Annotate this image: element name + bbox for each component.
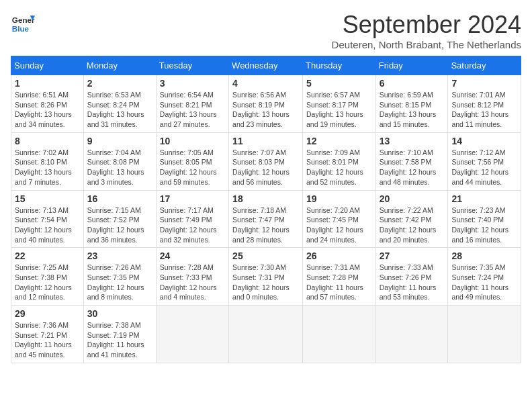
day-number: 15 [15, 193, 80, 204]
calendar-cell: 26Sunrise: 7:31 AM Sunset: 7:28 PM Dayli… [303, 248, 376, 306]
calendar-cell: 24Sunrise: 7:28 AM Sunset: 7:33 PM Dayli… [156, 248, 228, 306]
calendar-cell: 20Sunrise: 7:22 AM Sunset: 7:42 PM Dayli… [375, 190, 448, 248]
day-info: Sunrise: 7:05 AM Sunset: 8:05 PM Dayligh… [160, 148, 225, 187]
calendar-cell: 27Sunrise: 7:33 AM Sunset: 7:26 PM Dayli… [375, 248, 448, 306]
day-info: Sunrise: 7:17 AM Sunset: 7:49 PM Dayligh… [160, 205, 225, 245]
day-number: 10 [160, 136, 225, 146]
day-number: 16 [87, 193, 152, 204]
day-number: 13 [380, 136, 445, 146]
weekday-header-monday: Monday [83, 56, 156, 75]
day-number: 7 [451, 78, 517, 89]
calendar-row: 1Sunrise: 6:51 AM Sunset: 8:26 PM Daylig… [11, 75, 521, 133]
day-info: Sunrise: 6:56 AM Sunset: 8:19 PM Dayligh… [232, 90, 299, 130]
logo: General Blue [11, 11, 35, 35]
day-info: Sunrise: 7:30 AM Sunset: 7:31 PM Dayligh… [232, 263, 299, 302]
calendar-cell [229, 306, 303, 363]
day-info: Sunrise: 7:15 AM Sunset: 7:52 PM Dayligh… [87, 205, 152, 245]
day-info: Sunrise: 7:09 AM Sunset: 8:01 PM Dayligh… [306, 148, 372, 187]
weekday-header-saturday: Saturday [448, 56, 521, 75]
calendar-cell: 30Sunrise: 7:38 AM Sunset: 7:19 PM Dayli… [83, 306, 156, 363]
weekday-header-tuesday: Tuesday [156, 56, 228, 75]
day-number: 26 [306, 250, 372, 261]
day-info: Sunrise: 7:01 AM Sunset: 8:12 PM Dayligh… [451, 90, 517, 130]
day-info: Sunrise: 6:53 AM Sunset: 8:24 PM Dayligh… [87, 90, 152, 130]
day-info: Sunrise: 7:28 AM Sunset: 7:33 PM Dayligh… [160, 263, 225, 302]
day-info: Sunrise: 6:51 AM Sunset: 8:26 PM Dayligh… [15, 90, 80, 130]
day-info: Sunrise: 7:38 AM Sunset: 7:19 PM Dayligh… [87, 320, 152, 360]
day-info: Sunrise: 6:57 AM Sunset: 8:17 PM Dayligh… [306, 90, 372, 130]
calendar-cell: 10Sunrise: 7:05 AM Sunset: 8:05 PM Dayli… [156, 132, 228, 190]
calendar-row: 15Sunrise: 7:13 AM Sunset: 7:54 PM Dayli… [11, 190, 521, 248]
day-number: 17 [160, 193, 225, 204]
calendar-cell: 28Sunrise: 7:35 AM Sunset: 7:24 PM Dayli… [448, 248, 521, 306]
calendar-cell: 3Sunrise: 6:54 AM Sunset: 8:21 PM Daylig… [156, 75, 228, 133]
day-number: 23 [87, 250, 152, 261]
weekday-header-wednesday: Wednesday [229, 56, 303, 75]
month-title: September 2024 [332, 11, 521, 39]
weekday-header-sunday: Sunday [11, 56, 84, 75]
day-number: 30 [87, 308, 152, 319]
day-info: Sunrise: 7:04 AM Sunset: 8:08 PM Dayligh… [87, 148, 152, 187]
day-info: Sunrise: 7:20 AM Sunset: 7:45 PM Dayligh… [306, 205, 372, 245]
calendar-cell: 4Sunrise: 6:56 AM Sunset: 8:19 PM Daylig… [229, 75, 303, 133]
weekday-header-friday: Friday [375, 56, 448, 75]
day-info: Sunrise: 7:31 AM Sunset: 7:28 PM Dayligh… [306, 263, 372, 302]
day-number: 27 [380, 250, 445, 261]
day-number: 11 [232, 136, 299, 146]
title-block: September 2024 Deuteren, North Brabant, … [332, 11, 521, 50]
calendar-cell: 13Sunrise: 7:10 AM Sunset: 7:58 PM Dayli… [375, 132, 448, 190]
calendar-cell: 16Sunrise: 7:15 AM Sunset: 7:52 PM Dayli… [83, 190, 156, 248]
calendar-cell [156, 306, 228, 363]
calendar-cell: 17Sunrise: 7:17 AM Sunset: 7:49 PM Dayli… [156, 190, 228, 248]
day-info: Sunrise: 7:18 AM Sunset: 7:47 PM Dayligh… [232, 205, 299, 245]
day-number: 29 [15, 308, 80, 319]
day-number: 14 [451, 136, 517, 146]
calendar-cell: 18Sunrise: 7:18 AM Sunset: 7:47 PM Dayli… [229, 190, 303, 248]
calendar-cell: 2Sunrise: 6:53 AM Sunset: 8:24 PM Daylig… [83, 75, 156, 133]
weekday-header-thursday: Thursday [303, 56, 376, 75]
day-info: Sunrise: 7:35 AM Sunset: 7:24 PM Dayligh… [451, 263, 517, 302]
day-info: Sunrise: 7:07 AM Sunset: 8:03 PM Dayligh… [232, 148, 299, 187]
day-info: Sunrise: 6:54 AM Sunset: 8:21 PM Dayligh… [160, 90, 225, 130]
calendar-cell: 25Sunrise: 7:30 AM Sunset: 7:31 PM Dayli… [229, 248, 303, 306]
day-number: 19 [306, 193, 372, 204]
day-number: 21 [451, 193, 517, 204]
day-info: Sunrise: 6:59 AM Sunset: 8:15 PM Dayligh… [380, 90, 445, 130]
calendar-cell: 9Sunrise: 7:04 AM Sunset: 8:08 PM Daylig… [83, 132, 156, 190]
location-subtitle: Deuteren, North Brabant, The Netherlands [332, 39, 521, 50]
calendar-row: 29Sunrise: 7:36 AM Sunset: 7:21 PM Dayli… [11, 306, 521, 363]
day-info: Sunrise: 7:33 AM Sunset: 7:26 PM Dayligh… [380, 263, 445, 302]
calendar-cell: 29Sunrise: 7:36 AM Sunset: 7:21 PM Dayli… [11, 306, 84, 363]
day-number: 3 [160, 78, 225, 89]
calendar-cell: 5Sunrise: 6:57 AM Sunset: 8:17 PM Daylig… [303, 75, 376, 133]
day-number: 28 [451, 250, 517, 261]
weekday-header-row: SundayMondayTuesdayWednesdayThursdayFrid… [11, 56, 521, 75]
day-number: 25 [232, 250, 299, 261]
calendar-cell: 6Sunrise: 6:59 AM Sunset: 8:15 PM Daylig… [375, 75, 448, 133]
calendar-cell: 21Sunrise: 7:23 AM Sunset: 7:40 PM Dayli… [448, 190, 521, 248]
calendar-row: 8Sunrise: 7:02 AM Sunset: 8:10 PM Daylig… [11, 132, 521, 190]
calendar-row: 22Sunrise: 7:25 AM Sunset: 7:38 PM Dayli… [11, 248, 521, 306]
calendar-cell: 8Sunrise: 7:02 AM Sunset: 8:10 PM Daylig… [11, 132, 84, 190]
day-info: Sunrise: 7:23 AM Sunset: 7:40 PM Dayligh… [451, 205, 517, 245]
calendar-cell: 1Sunrise: 6:51 AM Sunset: 8:26 PM Daylig… [11, 75, 84, 133]
day-number: 18 [232, 193, 299, 204]
calendar-cell: 23Sunrise: 7:26 AM Sunset: 7:35 PM Dayli… [83, 248, 156, 306]
day-number: 2 [87, 78, 152, 89]
day-info: Sunrise: 7:36 AM Sunset: 7:21 PM Dayligh… [15, 320, 80, 360]
svg-text:Blue: Blue [12, 24, 30, 33]
calendar-table: SundayMondayTuesdayWednesdayThursdayFrid… [11, 56, 521, 363]
day-number: 8 [15, 136, 80, 146]
page-header: General Blue September 2024 Deuteren, No… [11, 11, 521, 50]
calendar-cell: 19Sunrise: 7:20 AM Sunset: 7:45 PM Dayli… [303, 190, 376, 248]
day-info: Sunrise: 7:13 AM Sunset: 7:54 PM Dayligh… [15, 205, 80, 245]
day-number: 6 [380, 78, 445, 89]
logo-icon: General Blue [11, 11, 35, 35]
day-info: Sunrise: 7:02 AM Sunset: 8:10 PM Dayligh… [15, 148, 80, 187]
calendar-body: 1Sunrise: 6:51 AM Sunset: 8:26 PM Daylig… [11, 75, 521, 363]
day-number: 24 [160, 250, 225, 261]
day-number: 1 [15, 78, 80, 89]
day-number: 22 [15, 250, 80, 261]
day-info: Sunrise: 7:26 AM Sunset: 7:35 PM Dayligh… [87, 263, 152, 302]
calendar-cell: 11Sunrise: 7:07 AM Sunset: 8:03 PM Dayli… [229, 132, 303, 190]
